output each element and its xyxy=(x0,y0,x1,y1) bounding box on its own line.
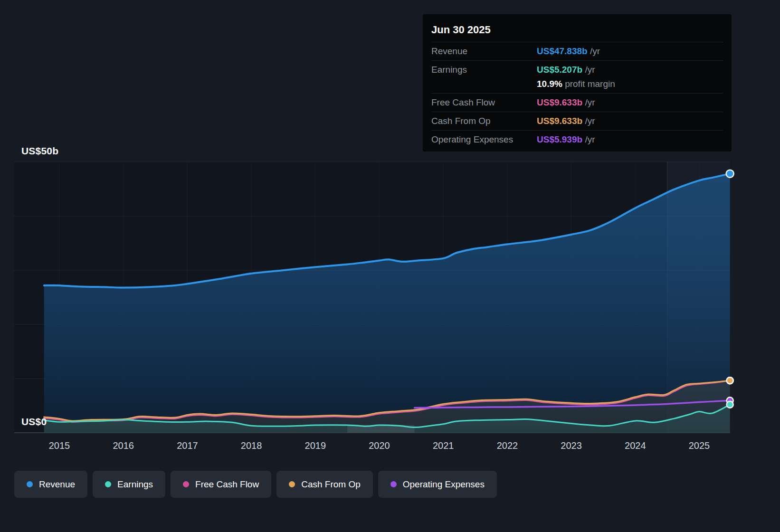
legend-dot xyxy=(105,481,111,487)
legend-label: Earnings xyxy=(117,479,153,490)
legend: RevenueEarningsFree Cash FlowCash From O… xyxy=(14,471,497,498)
legend-dot xyxy=(390,481,397,487)
legend-dot xyxy=(27,481,33,487)
x-tick-label: 2019 xyxy=(305,440,326,451)
x-tick-label: 2022 xyxy=(497,440,518,451)
chart-page: US$50b US$0 2015201620172018201920202021… xyxy=(0,0,780,532)
legend-item-revenue[interactable]: Revenue xyxy=(14,471,87,498)
legend-item-operating-expenses[interactable]: Operating Expenses xyxy=(378,471,497,498)
legend-dot xyxy=(183,481,189,487)
x-tick-label: 2024 xyxy=(625,440,646,451)
tooltip-row: Free Cash FlowUS$9.633b /yr xyxy=(431,93,723,112)
y-axis-label-zero: US$0 xyxy=(21,416,47,428)
tooltip-subrow: 10.9% profit margin xyxy=(431,79,723,93)
legend-label: Cash From Op xyxy=(301,479,361,490)
legend-item-cash-from-op[interactable]: Cash From Op xyxy=(276,471,373,498)
legend-item-earnings[interactable]: Earnings xyxy=(93,471,165,498)
x-tick-label: 2025 xyxy=(689,440,710,451)
legend-label: Operating Expenses xyxy=(403,479,485,490)
tooltip-rows: RevenueUS$47.838b /yrEarningsUS$5.207b /… xyxy=(431,42,723,149)
tooltip-row: RevenueUS$47.838b /yr xyxy=(431,42,723,60)
x-tick-label: 2017 xyxy=(177,440,198,451)
tooltip-row: EarningsUS$5.207b /yr xyxy=(431,60,723,79)
x-tick-label: 2015 xyxy=(49,440,70,451)
x-tick-label: 2020 xyxy=(369,440,390,451)
x-tick-label: 2021 xyxy=(433,440,454,451)
tooltip-row: Cash From OpUS$9.633b /yr xyxy=(431,112,723,130)
legend-label: Revenue xyxy=(39,479,75,490)
legend-item-free-cash-flow[interactable]: Free Cash Flow xyxy=(171,471,271,498)
y-axis-label-max: US$50b xyxy=(21,145,58,157)
legend-dot xyxy=(289,481,295,487)
x-tick-label: 2016 xyxy=(113,440,134,451)
data-tooltip: Jun 30 2025 RevenueUS$47.838b /yrEarning… xyxy=(423,14,732,152)
legend-label: Free Cash Flow xyxy=(195,479,259,490)
x-tick-label: 2018 xyxy=(241,440,262,451)
tooltip-date: Jun 30 2025 xyxy=(431,20,723,42)
x-tick-label: 2023 xyxy=(561,440,582,451)
tooltip-row: Operating ExpensesUS$5.939b /yr xyxy=(431,130,723,149)
